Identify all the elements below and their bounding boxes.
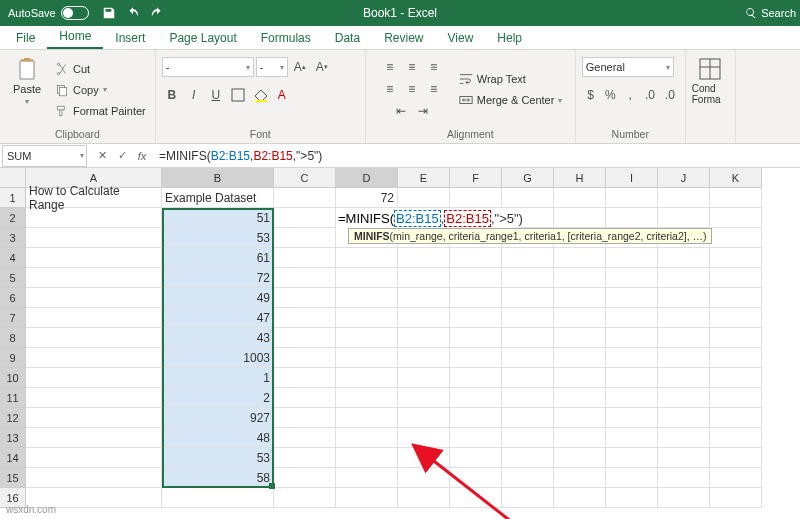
column-header-J[interactable]: J: [658, 168, 710, 188]
cell-G4[interactable]: [502, 248, 554, 268]
row-header-14[interactable]: 14: [0, 448, 26, 468]
cell-D11[interactable]: [336, 388, 398, 408]
cell-E11[interactable]: [398, 388, 450, 408]
tab-file[interactable]: File: [4, 26, 47, 49]
cell-D8[interactable]: [336, 328, 398, 348]
cell-A6[interactable]: [26, 288, 162, 308]
cell-E12[interactable]: [398, 408, 450, 428]
cell-J8[interactable]: [658, 328, 710, 348]
cell-F9[interactable]: [450, 348, 502, 368]
tab-data[interactable]: Data: [323, 26, 372, 49]
cell-G7[interactable]: [502, 308, 554, 328]
cell-E7[interactable]: [398, 308, 450, 328]
cell-A11[interactable]: [26, 388, 162, 408]
cell-I9[interactable]: [606, 348, 658, 368]
cell-B9[interactable]: 1003: [162, 348, 274, 368]
cell-K6[interactable]: [710, 288, 762, 308]
decrease-indent-button[interactable]: ⇤: [391, 101, 411, 121]
cell-A7[interactable]: [26, 308, 162, 328]
cell-B6[interactable]: 49: [162, 288, 274, 308]
cell-C4[interactable]: [274, 248, 336, 268]
cell-K16[interactable]: [710, 488, 762, 508]
cell-C2[interactable]: [274, 208, 336, 228]
cell-K9[interactable]: [710, 348, 762, 368]
cell-E15[interactable]: [398, 468, 450, 488]
fx-button[interactable]: fx: [133, 147, 151, 165]
cell-J14[interactable]: [658, 448, 710, 468]
row-header-6[interactable]: 6: [0, 288, 26, 308]
cell-F15[interactable]: [450, 468, 502, 488]
cell-B1[interactable]: Example Dataset: [162, 188, 274, 208]
comma-button[interactable]: ,: [621, 85, 639, 105]
cell-D5[interactable]: [336, 268, 398, 288]
cell-H12[interactable]: [554, 408, 606, 428]
cell-H15[interactable]: [554, 468, 606, 488]
cell-C10[interactable]: [274, 368, 336, 388]
cell-C11[interactable]: [274, 388, 336, 408]
cell-J13[interactable]: [658, 428, 710, 448]
cell-D15[interactable]: [336, 468, 398, 488]
cell-F16[interactable]: [450, 488, 502, 508]
cell-E5[interactable]: [398, 268, 450, 288]
cell-B11[interactable]: 2: [162, 388, 274, 408]
row-header-1[interactable]: 1: [0, 188, 26, 208]
tab-view[interactable]: View: [436, 26, 486, 49]
cell-K13[interactable]: [710, 428, 762, 448]
wrap-text-button[interactable]: Wrap Text: [456, 69, 566, 89]
cell-B16[interactable]: [162, 488, 274, 508]
cell-C15[interactable]: [274, 468, 336, 488]
cell-I11[interactable]: [606, 388, 658, 408]
cell-C8[interactable]: [274, 328, 336, 348]
paste-button[interactable]: Paste ▾: [6, 53, 48, 126]
cell-B8[interactable]: 43: [162, 328, 274, 348]
conditional-formatting-button[interactable]: Cond Forma: [692, 53, 729, 138]
cell-H16[interactable]: [554, 488, 606, 508]
cell-F12[interactable]: [450, 408, 502, 428]
cell-A2[interactable]: [26, 208, 162, 228]
align-top-button[interactable]: ≡: [380, 57, 400, 77]
cell-A14[interactable]: [26, 448, 162, 468]
cell-J9[interactable]: [658, 348, 710, 368]
cell-J11[interactable]: [658, 388, 710, 408]
align-middle-button[interactable]: ≡: [402, 57, 422, 77]
cell-B4[interactable]: 61: [162, 248, 274, 268]
percent-button[interactable]: %: [602, 85, 620, 105]
row-header-3[interactable]: 3: [0, 228, 26, 248]
increase-indent-button[interactable]: ⇥: [413, 101, 433, 121]
search-button[interactable]: Search: [745, 7, 796, 19]
cell-J6[interactable]: [658, 288, 710, 308]
decrease-decimal-button[interactable]: .0: [661, 85, 679, 105]
cell-F13[interactable]: [450, 428, 502, 448]
tab-insert[interactable]: Insert: [103, 26, 157, 49]
cell-edit-overlay[interactable]: =MINIFS(B2:B15,B2:B15,">5"): [336, 208, 516, 228]
cell-D1[interactable]: 72: [336, 188, 398, 208]
italic-button[interactable]: I: [184, 85, 204, 105]
underline-button[interactable]: U: [206, 85, 226, 105]
cell-C1[interactable]: [274, 188, 336, 208]
align-right-button[interactable]: ≡: [424, 79, 444, 99]
cell-E1[interactable]: [398, 188, 450, 208]
cell-G9[interactable]: [502, 348, 554, 368]
cell-J2[interactable]: [658, 208, 710, 228]
cell-A9[interactable]: [26, 348, 162, 368]
cell-A8[interactable]: [26, 328, 162, 348]
cell-F11[interactable]: [450, 388, 502, 408]
cell-C7[interactable]: [274, 308, 336, 328]
align-center-button[interactable]: ≡: [402, 79, 422, 99]
save-button[interactable]: [98, 3, 120, 23]
undo-button[interactable]: [122, 3, 144, 23]
increase-font-button[interactable]: A▴: [290, 57, 310, 77]
cell-I8[interactable]: [606, 328, 658, 348]
cell-J10[interactable]: [658, 368, 710, 388]
cell-A5[interactable]: [26, 268, 162, 288]
cell-I12[interactable]: [606, 408, 658, 428]
row-header-7[interactable]: 7: [0, 308, 26, 328]
cell-D12[interactable]: [336, 408, 398, 428]
cell-H10[interactable]: [554, 368, 606, 388]
column-header-K[interactable]: K: [710, 168, 762, 188]
copy-button[interactable]: Copy ▾: [52, 80, 149, 100]
cell-I4[interactable]: [606, 248, 658, 268]
cell-G15[interactable]: [502, 468, 554, 488]
cell-E6[interactable]: [398, 288, 450, 308]
cell-G10[interactable]: [502, 368, 554, 388]
